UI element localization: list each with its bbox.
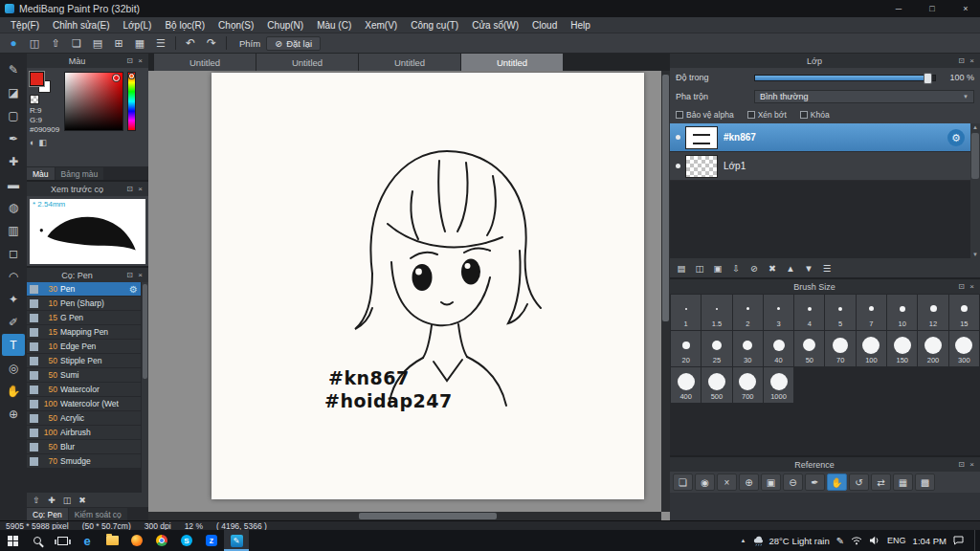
list-icon[interactable]: ☰ [151, 34, 170, 52]
layer-option[interactable]: Bảo vệ alpha [676, 110, 734, 120]
menu-item[interactable]: Công cụ(T) [404, 20, 465, 31]
brush-item[interactable]: 50 Stipple Pen ⚙ [27, 354, 141, 368]
weather-widget[interactable]: 28°C Light rain [752, 536, 829, 546]
export-icon[interactable]: ⇧ [46, 34, 65, 52]
hidden-icons-chevron-icon[interactable]: ▲ [740, 538, 746, 543]
brush-size-option[interactable]: 100 [857, 331, 886, 366]
brush-item[interactable]: 70 Smudge ⚙ [27, 454, 141, 469]
rotate-icon[interactable]: ↺ [849, 474, 869, 491]
notification-icon[interactable] [953, 536, 964, 545]
brush-size-option[interactable]: 15 [949, 295, 979, 330]
popout-icon[interactable]: ⊡ [124, 185, 135, 193]
bucket-tool[interactable]: ◍ [2, 196, 25, 218]
pen-tool[interactable]: ✒ [2, 127, 25, 149]
brush-size-option[interactable]: 30 [733, 331, 763, 366]
brush-size-option[interactable]: 25 [702, 331, 731, 366]
canvas-vertical-scrollbar[interactable] [661, 71, 670, 512]
brush-size-option[interactable]: 400 [671, 367, 701, 403]
cloud-icon[interactable]: ● [4, 34, 23, 52]
close-icon[interactable]: × [967, 282, 977, 291]
zoom-out-icon[interactable]: ⊖ [783, 474, 803, 491]
canvas-horizontal-scrollbar[interactable] [148, 512, 661, 520]
capture-icon[interactable]: ◉ [695, 474, 715, 491]
eyedropper-icon[interactable]: ✒ [805, 474, 825, 491]
taskbar-app[interactable]: Z [199, 530, 224, 551]
pan-tool[interactable]: ✋ [2, 380, 25, 402]
layer-row[interactable]: #kn867 ⚙ [670, 123, 970, 152]
brush-tab[interactable]: Kiểm soát cọ [69, 508, 127, 520]
merge-layer-icon[interactable]: ⇩ [728, 263, 744, 274]
popout-icon[interactable]: ⊡ [124, 271, 135, 279]
language-indicator[interactable]: ENG [887, 536, 906, 545]
close-icon[interactable]: × [967, 460, 977, 469]
hue-marker[interactable] [129, 74, 134, 78]
brush-size-option[interactable]: 2 [733, 295, 763, 330]
menu-item[interactable]: Help [564, 20, 597, 31]
undo-button[interactable]: ↶ [181, 36, 200, 50]
brush-size-option[interactable]: 300 [949, 331, 979, 366]
brush-size-option[interactable]: 4 [794, 295, 824, 330]
brush-item[interactable]: 100 Watercolor (Wet ⚙ [27, 397, 141, 411]
shape-brush-tool[interactable]: ▬ [2, 173, 25, 195]
close-button[interactable]: × [951, 0, 980, 17]
layer-settings-icon[interactable]: ⚙ [947, 129, 965, 146]
color-wheel-icon[interactable]: ◐ [30, 138, 34, 147]
slider-knob[interactable] [924, 73, 932, 84]
close-icon[interactable]: × [967, 56, 977, 65]
brush-size-option[interactable]: 70 [825, 331, 855, 366]
eraser-tool[interactable]: ◪ [2, 81, 25, 103]
canvas-viewport[interactable]: #kn867 #hoidap247 [148, 71, 670, 520]
brush-size-option[interactable]: 40 [764, 331, 793, 366]
brush-size-option[interactable]: 1000 [764, 367, 793, 403]
show-desktop-button[interactable] [974, 530, 978, 551]
material-panel-icon[interactable]: ▦ [130, 34, 149, 52]
redo-button[interactable]: ↷ [202, 36, 221, 50]
popout-icon[interactable]: ⊡ [956, 460, 967, 469]
menu-item[interactable]: Tệp(F) [4, 20, 46, 31]
layer-visibility-icon[interactable] [670, 135, 685, 140]
scrollbar-thumb[interactable] [143, 284, 147, 379]
layer-menu-icon[interactable]: ☰ [819, 263, 835, 274]
brush-tab[interactable]: Cọ: Pen [27, 508, 68, 520]
start-button[interactable] [0, 530, 25, 551]
move-layer-down-icon[interactable]: ▼ [801, 263, 816, 274]
close-icon[interactable]: × [135, 271, 145, 279]
brush-list-scrollbar[interactable] [142, 282, 148, 493]
menu-item[interactable]: Lớp(L) [117, 20, 159, 31]
marquee-tool[interactable]: ▢ [2, 104, 25, 126]
opacity-slider[interactable] [754, 75, 936, 81]
gradient-tool[interactable]: ▥ [2, 219, 25, 241]
minimize-button[interactable]: ─ [884, 0, 913, 17]
menu-item[interactable]: Bộ lọc(R) [158, 20, 212, 31]
scrollbar-thumb[interactable] [359, 513, 498, 519]
brush-item[interactable]: 50 Blur ⚙ [27, 440, 141, 454]
close-icon[interactable]: × [135, 185, 145, 193]
zoom-in-icon[interactable]: ⊕ [739, 474, 759, 491]
scroll-down-icon[interactable]: ▼ [970, 252, 980, 257]
color-slider-icon[interactable]: ◧ [38, 138, 47, 147]
lasso-tool[interactable]: ◠ [2, 265, 25, 287]
taskbar-app[interactable]: ✎ [224, 530, 249, 551]
brush-size-option[interactable]: 7 [857, 295, 886, 330]
brush-size-option[interactable]: 3 [764, 295, 793, 330]
upload-brush-icon[interactable]: ⇧ [30, 496, 43, 505]
fg-bg-swatches[interactable] [30, 72, 51, 93]
taskbar-app[interactable] [124, 530, 149, 551]
brush-item[interactable]: 15 Mapping Pen ⚙ [27, 325, 141, 340]
window-icon[interactable]: ❏ [67, 34, 86, 52]
taskbar-app[interactable]: e [75, 530, 100, 551]
layer-row[interactable]: Lớp1 ⚙ [670, 152, 970, 181]
layer-list-scrollbar[interactable]: ▲ ▼ [970, 123, 980, 258]
color-tab[interactable]: Màu [27, 167, 55, 180]
document-tab[interactable]: Untitled [359, 54, 460, 71]
move-tool[interactable]: ✚ [2, 150, 25, 172]
menu-item[interactable]: Chỉnh sửa(E) [46, 20, 117, 31]
brush-size-option[interactable]: 500 [702, 367, 731, 403]
popout-icon[interactable]: ⊡ [124, 56, 135, 65]
brush-size-option[interactable]: 10 [887, 295, 917, 330]
checkbox[interactable] [800, 111, 808, 119]
brush-size-option[interactable]: 200 [918, 331, 947, 366]
taskbar-app[interactable] [149, 530, 174, 551]
reset-button[interactable]: ⊘ Đặt lại [266, 36, 321, 51]
brush-size-option[interactable]: 1.5 [702, 295, 731, 330]
